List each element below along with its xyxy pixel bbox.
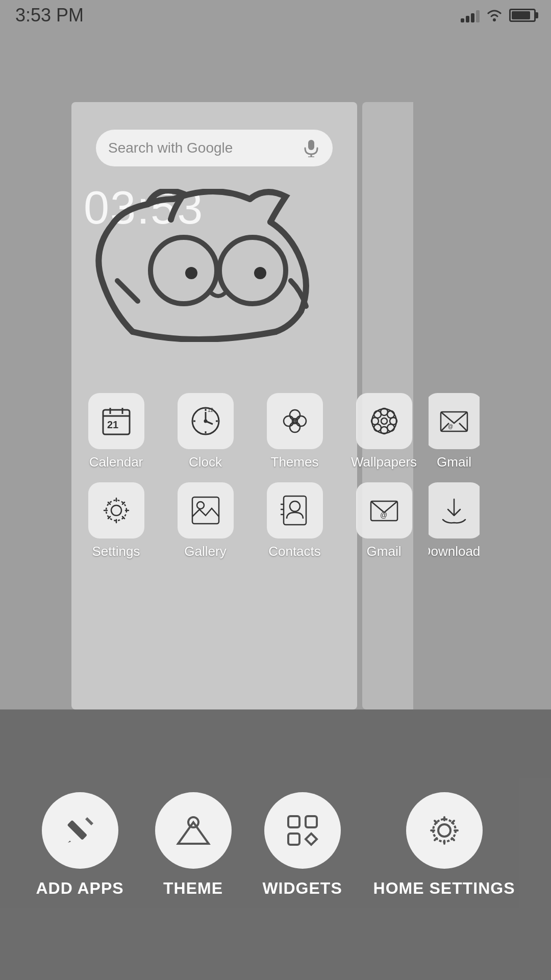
svg-rect-56 <box>288 834 299 845</box>
svg-rect-45 <box>284 496 306 525</box>
svg-point-4 <box>151 237 217 304</box>
svg-point-32 <box>374 411 381 418</box>
app-gmail-2[interactable]: @ Gmail <box>339 477 429 567</box>
svg-point-5 <box>219 237 286 304</box>
gallery-icon-box <box>178 482 234 538</box>
calendar-icon-box: 21 <box>88 393 144 449</box>
wallpapers-icon-box <box>356 393 412 449</box>
clock-label: Clock <box>189 454 222 470</box>
widgets-icon <box>282 810 323 851</box>
gallery-label: Gallery <box>184 544 226 559</box>
svg-point-26 <box>292 419 297 424</box>
settings-icon-box <box>88 482 144 538</box>
svg-point-34 <box>374 424 381 431</box>
gmail-icon-box-2: @ <box>356 482 412 538</box>
mic-icon[interactable] <box>302 139 320 157</box>
app-calendar[interactable]: 21 Calendar <box>71 388 161 477</box>
search-placeholder: Search with Google <box>108 140 233 156</box>
app-clock[interactable]: 12 Clock <box>161 388 250 477</box>
pencil-icon <box>60 810 101 851</box>
gmail-label-1: Gmail <box>437 454 471 470</box>
battery-icon <box>509 9 536 22</box>
mountain-icon <box>173 810 214 851</box>
add-apps-label: ADD APPS <box>36 879 123 898</box>
toolbar-widgets[interactable]: WIDGETS <box>262 792 342 898</box>
search-area: Search with Google <box>71 102 357 166</box>
widgets-circle <box>264 792 341 869</box>
svg-rect-54 <box>288 816 299 827</box>
add-apps-circle <box>42 792 118 869</box>
gmail-label-2: Gmail <box>367 544 402 559</box>
gear-icon <box>424 810 465 851</box>
svg-point-41 <box>111 505 121 516</box>
toolbar-home-settings[interactable]: HOME SETTINGS <box>373 792 515 898</box>
svg-point-35 <box>387 424 394 431</box>
svg-rect-55 <box>306 816 317 827</box>
app-contacts[interactable]: Contacts <box>250 477 339 567</box>
svg-text:12: 12 <box>208 407 214 413</box>
toolbar-add-apps[interactable]: ADD APPS <box>36 792 123 898</box>
app-wallpapers[interactable]: Wallpapers <box>339 388 429 477</box>
clock-icon-box: 12 <box>178 393 234 449</box>
theme-label: THEME <box>163 879 223 898</box>
app-row-1: 21 Calendar 12 C <box>71 388 480 477</box>
svg-point-6 <box>185 267 197 279</box>
settings-label: Settings <box>92 544 140 559</box>
calendar-label: Calendar <box>89 454 143 470</box>
contacts-icon-box <box>267 482 323 538</box>
svg-point-27 <box>372 409 396 433</box>
themes-label: Themes <box>271 454 319 470</box>
svg-point-33 <box>387 411 394 418</box>
svg-rect-43 <box>192 497 219 524</box>
svg-text:@: @ <box>380 511 387 519</box>
themes-icon-box <box>267 393 323 449</box>
downloads-label: Downloads <box>429 544 480 559</box>
app-grid: 21 Calendar 12 C <box>71 388 480 567</box>
toolbar-theme[interactable]: THEME <box>155 792 232 898</box>
home-settings-circle <box>406 792 483 869</box>
bottom-toolbar: ADD APPS THEME WIDGETS <box>0 709 551 980</box>
svg-point-16 <box>205 420 207 422</box>
svg-point-36 <box>381 418 387 424</box>
theme-circle <box>155 792 232 869</box>
svg-rect-1 <box>308 140 314 150</box>
svg-rect-52 <box>67 820 87 840</box>
app-row-2: Settings Gallery <box>71 477 480 567</box>
downloads-icon-box <box>429 482 480 538</box>
svg-point-57 <box>438 824 450 837</box>
search-bar[interactable]: Search with Google <box>96 130 333 166</box>
gmail-icon-box-1: @ <box>429 393 480 449</box>
owl-illustration <box>71 189 357 342</box>
status-bar: 3:53 PM <box>0 0 551 31</box>
status-icons <box>461 8 536 22</box>
app-downloads[interactable]: Downloads <box>429 477 480 567</box>
wifi-icon <box>486 8 503 22</box>
widgets-label: WIDGETS <box>262 879 342 898</box>
home-settings-label: HOME SETTINGS <box>373 879 515 898</box>
app-gallery[interactable]: Gallery <box>161 477 250 567</box>
signal-icon <box>461 8 480 22</box>
app-settings[interactable]: Settings <box>71 477 161 567</box>
wallpapers-label: Wallpapers <box>351 454 417 470</box>
svg-point-7 <box>254 267 266 279</box>
app-themes[interactable]: Themes <box>250 388 339 477</box>
svg-point-0 <box>493 18 496 21</box>
app-gmail-1[interactable]: @ Gmail <box>429 388 480 477</box>
svg-text:@: @ <box>448 424 453 429</box>
svg-text:21: 21 <box>107 419 118 430</box>
status-time: 3:53 PM <box>15 5 84 26</box>
svg-line-39 <box>459 423 467 431</box>
svg-point-44 <box>197 502 204 509</box>
contacts-label: Contacts <box>268 544 321 559</box>
svg-point-46 <box>290 501 300 511</box>
